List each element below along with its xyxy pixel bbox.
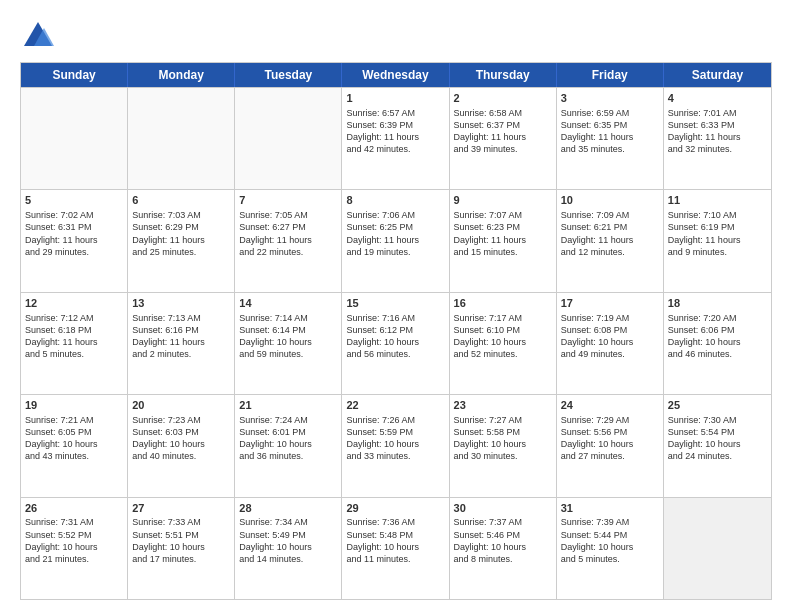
day-number: 26 — [25, 501, 123, 516]
day-number: 21 — [239, 398, 337, 413]
calendar-cell: 23Sunrise: 7:27 AM Sunset: 5:58 PM Dayli… — [450, 395, 557, 496]
header — [20, 18, 772, 54]
day-number: 6 — [132, 193, 230, 208]
calendar-cell: 24Sunrise: 7:29 AM Sunset: 5:56 PM Dayli… — [557, 395, 664, 496]
cell-daylight-info: Sunrise: 7:07 AM Sunset: 6:23 PM Dayligh… — [454, 209, 552, 258]
day-number: 13 — [132, 296, 230, 311]
calendar-cell: 3Sunrise: 6:59 AM Sunset: 6:35 PM Daylig… — [557, 88, 664, 189]
calendar-cell — [235, 88, 342, 189]
cell-daylight-info: Sunrise: 7:13 AM Sunset: 6:16 PM Dayligh… — [132, 312, 230, 361]
logo — [20, 18, 62, 54]
cell-daylight-info: Sunrise: 7:20 AM Sunset: 6:06 PM Dayligh… — [668, 312, 767, 361]
cell-daylight-info: Sunrise: 7:09 AM Sunset: 6:21 PM Dayligh… — [561, 209, 659, 258]
calendar-cell: 25Sunrise: 7:30 AM Sunset: 5:54 PM Dayli… — [664, 395, 771, 496]
calendar-cell — [21, 88, 128, 189]
day-number: 10 — [561, 193, 659, 208]
cell-daylight-info: Sunrise: 7:03 AM Sunset: 6:29 PM Dayligh… — [132, 209, 230, 258]
day-number: 20 — [132, 398, 230, 413]
day-number: 30 — [454, 501, 552, 516]
cell-daylight-info: Sunrise: 7:10 AM Sunset: 6:19 PM Dayligh… — [668, 209, 767, 258]
calendar-cell: 18Sunrise: 7:20 AM Sunset: 6:06 PM Dayli… — [664, 293, 771, 394]
logo-icon — [20, 18, 56, 54]
cell-daylight-info: Sunrise: 7:27 AM Sunset: 5:58 PM Dayligh… — [454, 414, 552, 463]
calendar-row: 5Sunrise: 7:02 AM Sunset: 6:31 PM Daylig… — [21, 189, 771, 291]
calendar-cell: 31Sunrise: 7:39 AM Sunset: 5:44 PM Dayli… — [557, 498, 664, 599]
day-number: 16 — [454, 296, 552, 311]
cell-daylight-info: Sunrise: 7:24 AM Sunset: 6:01 PM Dayligh… — [239, 414, 337, 463]
day-number: 15 — [346, 296, 444, 311]
weekday-header: Sunday — [21, 63, 128, 87]
calendar-row: 1Sunrise: 6:57 AM Sunset: 6:39 PM Daylig… — [21, 87, 771, 189]
calendar-cell: 5Sunrise: 7:02 AM Sunset: 6:31 PM Daylig… — [21, 190, 128, 291]
cell-daylight-info: Sunrise: 6:59 AM Sunset: 6:35 PM Dayligh… — [561, 107, 659, 156]
calendar-cell: 30Sunrise: 7:37 AM Sunset: 5:46 PM Dayli… — [450, 498, 557, 599]
calendar-body: 1Sunrise: 6:57 AM Sunset: 6:39 PM Daylig… — [21, 87, 771, 599]
calendar-cell: 21Sunrise: 7:24 AM Sunset: 6:01 PM Dayli… — [235, 395, 342, 496]
day-number: 18 — [668, 296, 767, 311]
cell-daylight-info: Sunrise: 7:23 AM Sunset: 6:03 PM Dayligh… — [132, 414, 230, 463]
day-number: 23 — [454, 398, 552, 413]
cell-daylight-info: Sunrise: 6:57 AM Sunset: 6:39 PM Dayligh… — [346, 107, 444, 156]
day-number: 2 — [454, 91, 552, 106]
cell-daylight-info: Sunrise: 7:19 AM Sunset: 6:08 PM Dayligh… — [561, 312, 659, 361]
cell-daylight-info: Sunrise: 7:29 AM Sunset: 5:56 PM Dayligh… — [561, 414, 659, 463]
cell-daylight-info: Sunrise: 7:26 AM Sunset: 5:59 PM Dayligh… — [346, 414, 444, 463]
cell-daylight-info: Sunrise: 7:14 AM Sunset: 6:14 PM Dayligh… — [239, 312, 337, 361]
cell-daylight-info: Sunrise: 7:31 AM Sunset: 5:52 PM Dayligh… — [25, 516, 123, 565]
day-number: 5 — [25, 193, 123, 208]
calendar-row: 12Sunrise: 7:12 AM Sunset: 6:18 PM Dayli… — [21, 292, 771, 394]
calendar-cell: 2Sunrise: 6:58 AM Sunset: 6:37 PM Daylig… — [450, 88, 557, 189]
cell-daylight-info: Sunrise: 6:58 AM Sunset: 6:37 PM Dayligh… — [454, 107, 552, 156]
calendar-cell: 12Sunrise: 7:12 AM Sunset: 6:18 PM Dayli… — [21, 293, 128, 394]
calendar-cell: 20Sunrise: 7:23 AM Sunset: 6:03 PM Dayli… — [128, 395, 235, 496]
day-number: 25 — [668, 398, 767, 413]
day-number: 27 — [132, 501, 230, 516]
day-number: 22 — [346, 398, 444, 413]
day-number: 24 — [561, 398, 659, 413]
calendar-cell: 28Sunrise: 7:34 AM Sunset: 5:49 PM Dayli… — [235, 498, 342, 599]
calendar-cell: 4Sunrise: 7:01 AM Sunset: 6:33 PM Daylig… — [664, 88, 771, 189]
day-number: 17 — [561, 296, 659, 311]
calendar-cell: 15Sunrise: 7:16 AM Sunset: 6:12 PM Dayli… — [342, 293, 449, 394]
day-number: 12 — [25, 296, 123, 311]
calendar: SundayMondayTuesdayWednesdayThursdayFrid… — [20, 62, 772, 600]
calendar-row: 26Sunrise: 7:31 AM Sunset: 5:52 PM Dayli… — [21, 497, 771, 599]
cell-daylight-info: Sunrise: 7:06 AM Sunset: 6:25 PM Dayligh… — [346, 209, 444, 258]
day-number: 1 — [346, 91, 444, 106]
weekday-header: Friday — [557, 63, 664, 87]
page: SundayMondayTuesdayWednesdayThursdayFrid… — [0, 0, 792, 612]
calendar-header-row: SundayMondayTuesdayWednesdayThursdayFrid… — [21, 63, 771, 87]
calendar-cell: 27Sunrise: 7:33 AM Sunset: 5:51 PM Dayli… — [128, 498, 235, 599]
calendar-cell: 6Sunrise: 7:03 AM Sunset: 6:29 PM Daylig… — [128, 190, 235, 291]
calendar-cell: 22Sunrise: 7:26 AM Sunset: 5:59 PM Dayli… — [342, 395, 449, 496]
day-number: 8 — [346, 193, 444, 208]
cell-daylight-info: Sunrise: 7:12 AM Sunset: 6:18 PM Dayligh… — [25, 312, 123, 361]
calendar-cell: 14Sunrise: 7:14 AM Sunset: 6:14 PM Dayli… — [235, 293, 342, 394]
cell-daylight-info: Sunrise: 7:17 AM Sunset: 6:10 PM Dayligh… — [454, 312, 552, 361]
calendar-cell: 9Sunrise: 7:07 AM Sunset: 6:23 PM Daylig… — [450, 190, 557, 291]
day-number: 28 — [239, 501, 337, 516]
day-number: 19 — [25, 398, 123, 413]
calendar-cell: 1Sunrise: 6:57 AM Sunset: 6:39 PM Daylig… — [342, 88, 449, 189]
day-number: 11 — [668, 193, 767, 208]
cell-daylight-info: Sunrise: 7:01 AM Sunset: 6:33 PM Dayligh… — [668, 107, 767, 156]
calendar-row: 19Sunrise: 7:21 AM Sunset: 6:05 PM Dayli… — [21, 394, 771, 496]
cell-daylight-info: Sunrise: 7:34 AM Sunset: 5:49 PM Dayligh… — [239, 516, 337, 565]
calendar-cell: 17Sunrise: 7:19 AM Sunset: 6:08 PM Dayli… — [557, 293, 664, 394]
day-number: 31 — [561, 501, 659, 516]
cell-daylight-info: Sunrise: 7:16 AM Sunset: 6:12 PM Dayligh… — [346, 312, 444, 361]
cell-daylight-info: Sunrise: 7:33 AM Sunset: 5:51 PM Dayligh… — [132, 516, 230, 565]
calendar-cell: 26Sunrise: 7:31 AM Sunset: 5:52 PM Dayli… — [21, 498, 128, 599]
day-number: 14 — [239, 296, 337, 311]
calendar-cell: 7Sunrise: 7:05 AM Sunset: 6:27 PM Daylig… — [235, 190, 342, 291]
cell-daylight-info: Sunrise: 7:02 AM Sunset: 6:31 PM Dayligh… — [25, 209, 123, 258]
calendar-cell — [664, 498, 771, 599]
calendar-cell: 11Sunrise: 7:10 AM Sunset: 6:19 PM Dayli… — [664, 190, 771, 291]
cell-daylight-info: Sunrise: 7:37 AM Sunset: 5:46 PM Dayligh… — [454, 516, 552, 565]
weekday-header: Tuesday — [235, 63, 342, 87]
cell-daylight-info: Sunrise: 7:39 AM Sunset: 5:44 PM Dayligh… — [561, 516, 659, 565]
calendar-cell: 10Sunrise: 7:09 AM Sunset: 6:21 PM Dayli… — [557, 190, 664, 291]
day-number: 29 — [346, 501, 444, 516]
calendar-cell: 19Sunrise: 7:21 AM Sunset: 6:05 PM Dayli… — [21, 395, 128, 496]
cell-daylight-info: Sunrise: 7:36 AM Sunset: 5:48 PM Dayligh… — [346, 516, 444, 565]
